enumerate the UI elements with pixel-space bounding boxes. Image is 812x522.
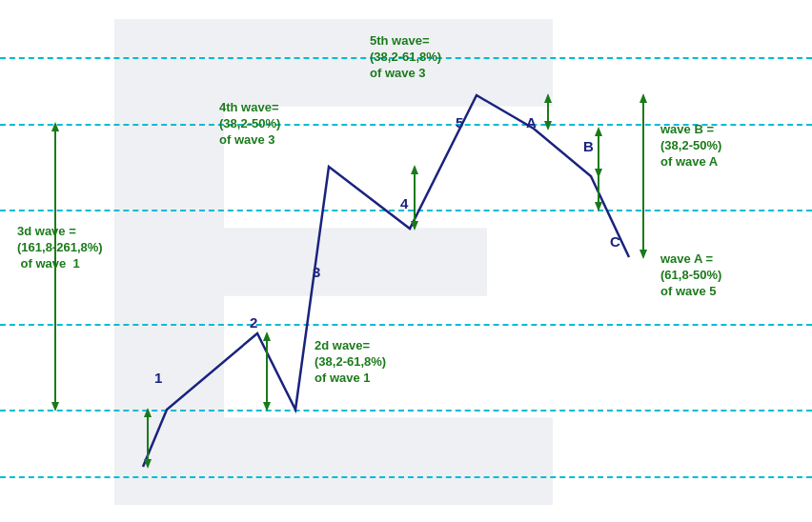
label-5th-wave: 5th wave=(38,2-61,8%)of wave 3 [370,33,441,82]
label-point-5: 5 [456,114,463,130]
label-point-a: A [526,114,537,130]
svg-marker-16 [595,127,602,136]
svg-marker-1 [144,408,152,417]
label-4th-wave: 4th wave=(38,2-50%)of wave 3 [219,100,280,149]
svg-marker-5 [51,402,59,412]
svg-marker-21 [639,93,647,103]
svg-marker-19 [595,202,602,211]
svg-marker-13 [544,93,552,103]
label-3d-wave: 3d wave =(161,8-261,8%) of wave 1 [17,224,103,272]
label-point-3: 3 [313,264,320,280]
label-point-4: 4 [400,195,408,211]
svg-marker-4 [51,122,59,131]
label-wave-a: wave A =(61,8-50%)of wave 5 [660,251,721,300]
svg-marker-10 [411,165,418,174]
label-point-c: C [610,233,620,250]
label-point-2: 2 [250,314,257,331]
svg-marker-14 [544,121,552,130]
label-wave-b: wave B =(38,2-50%)of wave A [660,122,721,171]
svg-marker-7 [263,331,271,341]
label-2d-wave: 2d wave=(38,2-61,8%)of wave 1 [315,338,386,387]
label-point-1: 1 [154,370,162,386]
label-point-b: B [583,138,594,154]
svg-marker-8 [263,402,271,412]
svg-marker-22 [639,250,647,259]
